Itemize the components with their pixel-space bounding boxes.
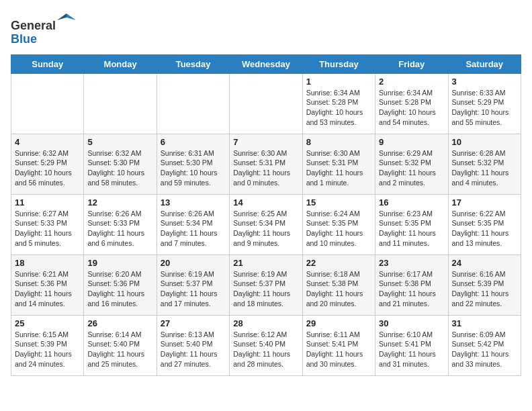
calendar-cell: 24Sunrise: 6:16 AM Sunset: 5:39 PM Dayli… — [448, 255, 521, 315]
weekday-header-saturday: Saturday — [448, 54, 521, 73]
day-info: Sunrise: 6:19 AM Sunset: 5:37 PM Dayligh… — [233, 269, 298, 309]
day-number: 30 — [379, 318, 444, 328]
calendar-cell: 15Sunrise: 6:24 AM Sunset: 5:35 PM Dayli… — [302, 194, 375, 255]
calendar-cell: 5Sunrise: 6:32 AM Sunset: 5:30 PM Daylig… — [84, 134, 157, 194]
calendar-cell — [157, 73, 229, 134]
calendar-cell: 27Sunrise: 6:13 AM Sunset: 5:40 PM Dayli… — [157, 315, 229, 375]
calendar-header: SundayMondayTuesdayWednesdayThursdayFrid… — [11, 54, 521, 73]
calendar-cell: 1Sunrise: 6:34 AM Sunset: 5:28 PM Daylig… — [302, 73, 375, 134]
day-number: 25 — [15, 318, 80, 328]
day-number: 19 — [87, 258, 152, 268]
day-number: 6 — [161, 137, 226, 147]
day-number: 10 — [452, 137, 517, 147]
day-info: Sunrise: 6:23 AM Sunset: 5:35 PM Dayligh… — [379, 209, 444, 248]
weekday-header-monday: Monday — [84, 54, 157, 73]
calendar-cell: 29Sunrise: 6:11 AM Sunset: 5:41 PM Dayli… — [302, 315, 375, 375]
calendar-cell — [230, 73, 302, 134]
calendar-cell: 13Sunrise: 6:26 AM Sunset: 5:34 PM Dayli… — [157, 194, 229, 255]
day-info: Sunrise: 6:26 AM Sunset: 5:33 PM Dayligh… — [87, 209, 152, 248]
day-number: 22 — [306, 258, 371, 268]
calendar-cell: 6Sunrise: 6:31 AM Sunset: 5:30 PM Daylig… — [157, 134, 229, 194]
logo-blue: Blue — [11, 32, 37, 46]
day-info: Sunrise: 6:32 AM Sunset: 5:30 PM Dayligh… — [87, 148, 152, 188]
day-info: Sunrise: 6:15 AM Sunset: 5:39 PM Dayligh… — [15, 330, 80, 369]
calendar-week-2: 4Sunrise: 6:32 AM Sunset: 5:29 PM Daylig… — [11, 134, 521, 194]
logo-general: General — [11, 19, 56, 32]
day-number: 27 — [161, 318, 226, 328]
logo-bird-icon — [57, 11, 76, 30]
calendar-week-1: 1Sunrise: 6:34 AM Sunset: 5:28 PM Daylig… — [11, 73, 521, 134]
day-number: 26 — [87, 318, 152, 328]
day-info: Sunrise: 6:11 AM Sunset: 5:41 PM Dayligh… — [306, 330, 371, 369]
day-number: 1 — [306, 77, 371, 87]
calendar-cell: 20Sunrise: 6:19 AM Sunset: 5:37 PM Dayli… — [157, 255, 229, 315]
day-number: 20 — [161, 258, 226, 268]
day-info: Sunrise: 6:17 AM Sunset: 5:38 PM Dayligh… — [379, 269, 444, 309]
calendar-cell: 2Sunrise: 6:34 AM Sunset: 5:28 PM Daylig… — [375, 73, 448, 134]
calendar-cell: 22Sunrise: 6:18 AM Sunset: 5:38 PM Dayli… — [302, 255, 375, 315]
calendar-cell: 26Sunrise: 6:14 AM Sunset: 5:40 PM Dayli… — [84, 315, 157, 375]
day-info: Sunrise: 6:13 AM Sunset: 5:40 PM Dayligh… — [161, 330, 226, 369]
logo-text: General Blue — [11, 11, 76, 46]
svg-marker-0 — [66, 13, 76, 20]
weekday-header-tuesday: Tuesday — [157, 54, 229, 73]
calendar-cell: 30Sunrise: 6:10 AM Sunset: 5:41 PM Dayli… — [375, 315, 448, 375]
day-info: Sunrise: 6:12 AM Sunset: 5:40 PM Dayligh… — [233, 330, 298, 369]
logo: General Blue — [11, 11, 76, 46]
day-info: Sunrise: 6:28 AM Sunset: 5:32 PM Dayligh… — [452, 148, 517, 188]
calendar-cell: 14Sunrise: 6:25 AM Sunset: 5:34 PM Dayli… — [230, 194, 302, 255]
calendar-table: SundayMondayTuesdayWednesdayThursdayFrid… — [11, 54, 521, 376]
day-info: Sunrise: 6:22 AM Sunset: 5:35 PM Dayligh… — [452, 209, 517, 248]
calendar-cell: 11Sunrise: 6:27 AM Sunset: 5:33 PM Dayli… — [11, 194, 84, 255]
day-info: Sunrise: 6:32 AM Sunset: 5:29 PM Dayligh… — [15, 148, 80, 188]
day-info: Sunrise: 6:14 AM Sunset: 5:40 PM Dayligh… — [87, 330, 152, 369]
day-info: Sunrise: 6:34 AM Sunset: 5:28 PM Dayligh… — [379, 88, 444, 128]
day-info: Sunrise: 6:20 AM Sunset: 5:36 PM Dayligh… — [87, 269, 152, 309]
day-info: Sunrise: 6:30 AM Sunset: 5:31 PM Dayligh… — [233, 148, 298, 188]
calendar-cell: 10Sunrise: 6:28 AM Sunset: 5:32 PM Dayli… — [448, 134, 521, 194]
day-info: Sunrise: 6:29 AM Sunset: 5:32 PM Dayligh… — [379, 148, 444, 188]
day-number: 15 — [306, 197, 371, 208]
calendar-body: 1Sunrise: 6:34 AM Sunset: 5:28 PM Daylig… — [11, 73, 521, 375]
svg-marker-1 — [57, 13, 66, 20]
day-number: 14 — [233, 197, 298, 208]
day-info: Sunrise: 6:25 AM Sunset: 5:34 PM Dayligh… — [233, 209, 298, 248]
calendar-cell: 25Sunrise: 6:15 AM Sunset: 5:39 PM Dayli… — [11, 315, 84, 375]
day-info: Sunrise: 6:09 AM Sunset: 5:42 PM Dayligh… — [452, 330, 517, 369]
day-number: 11 — [15, 197, 80, 208]
day-number: 18 — [15, 258, 80, 268]
calendar-cell: 23Sunrise: 6:17 AM Sunset: 5:38 PM Dayli… — [375, 255, 448, 315]
day-info: Sunrise: 6:31 AM Sunset: 5:30 PM Dayligh… — [161, 148, 226, 188]
day-number: 28 — [233, 318, 298, 328]
weekday-header-wednesday: Wednesday — [230, 54, 302, 73]
day-number: 16 — [379, 197, 444, 208]
weekday-row: SundayMondayTuesdayWednesdayThursdayFrid… — [11, 54, 521, 73]
calendar-cell: 7Sunrise: 6:30 AM Sunset: 5:31 PM Daylig… — [230, 134, 302, 194]
day-number: 17 — [452, 197, 517, 208]
day-info: Sunrise: 6:27 AM Sunset: 5:33 PM Dayligh… — [15, 209, 80, 248]
day-number: 23 — [379, 258, 444, 268]
day-number: 4 — [15, 137, 80, 147]
day-info: Sunrise: 6:30 AM Sunset: 5:31 PM Dayligh… — [306, 148, 371, 188]
calendar-cell: 18Sunrise: 6:21 AM Sunset: 5:36 PM Dayli… — [11, 255, 84, 315]
day-info: Sunrise: 6:10 AM Sunset: 5:41 PM Dayligh… — [379, 330, 444, 369]
day-number: 5 — [87, 137, 152, 147]
calendar-cell: 12Sunrise: 6:26 AM Sunset: 5:33 PM Dayli… — [84, 194, 157, 255]
day-info: Sunrise: 6:34 AM Sunset: 5:28 PM Dayligh… — [306, 88, 371, 128]
day-number: 31 — [452, 318, 517, 328]
day-number: 9 — [379, 137, 444, 147]
calendar-cell: 17Sunrise: 6:22 AM Sunset: 5:35 PM Dayli… — [448, 194, 521, 255]
day-number: 2 — [379, 77, 444, 87]
day-number: 12 — [87, 197, 152, 208]
day-number: 3 — [452, 77, 517, 87]
day-info: Sunrise: 6:16 AM Sunset: 5:39 PM Dayligh… — [452, 269, 517, 309]
calendar-cell: 4Sunrise: 6:32 AM Sunset: 5:29 PM Daylig… — [11, 134, 84, 194]
weekday-header-friday: Friday — [375, 54, 448, 73]
weekday-header-thursday: Thursday — [302, 54, 375, 73]
weekday-header-sunday: Sunday — [11, 54, 84, 73]
calendar-cell: 9Sunrise: 6:29 AM Sunset: 5:32 PM Daylig… — [375, 134, 448, 194]
day-number: 13 — [161, 197, 226, 208]
page-header: General Blue — [11, 11, 521, 46]
day-number: 24 — [452, 258, 517, 268]
calendar-cell — [84, 73, 157, 134]
